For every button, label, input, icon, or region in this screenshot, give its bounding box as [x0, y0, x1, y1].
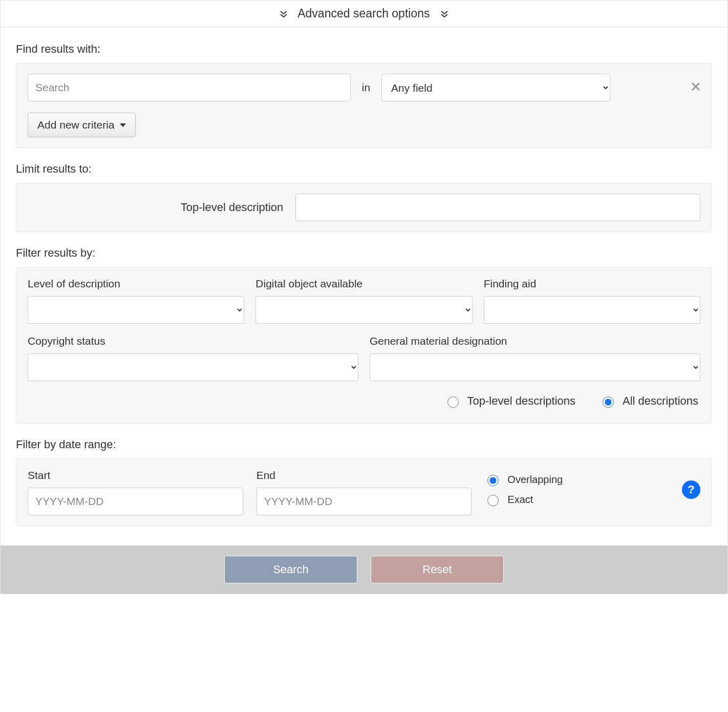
add-criteria-button[interactable]: Add new criteria: [28, 113, 136, 137]
find-results-well: in Any field Add new criteria: [16, 63, 712, 148]
date-mode-exact-radio[interactable]: [487, 495, 499, 506]
scope-all-radio[interactable]: [603, 396, 614, 408]
chevron-double-down-icon: [440, 10, 448, 18]
criteria-row: in Any field: [28, 74, 700, 101]
date-mode-exact-label: Exact: [507, 494, 533, 506]
top-level-description-label: Top-level description: [28, 201, 283, 214]
find-results-label: Find results with:: [16, 43, 712, 56]
end-date-input[interactable]: [256, 488, 472, 515]
digital-object-available-select[interactable]: [255, 296, 472, 324]
scope-top-level-radio[interactable]: [447, 396, 459, 408]
chevron-double-down-icon: [280, 10, 288, 18]
level-of-description-select[interactable]: [28, 296, 244, 324]
level-of-description-label: Level of description: [28, 278, 244, 290]
general-material-designation-label: General material designation: [370, 335, 700, 347]
search-button[interactable]: Search: [224, 556, 357, 583]
top-level-description-input[interactable]: [295, 194, 700, 221]
filter-results-well: Level of description Digital object avai…: [16, 267, 712, 424]
scope-all-option[interactable]: All descriptions: [600, 394, 698, 408]
field-select[interactable]: Any field: [381, 74, 610, 101]
caret-down-icon: [120, 123, 126, 127]
panel-header[interactable]: Advanced search options: [1, 1, 727, 27]
general-material-designation-select[interactable]: [370, 353, 700, 381]
end-date-label: End: [256, 469, 472, 481]
scope-all-label: All descriptions: [623, 394, 698, 408]
start-date-label: Start: [28, 469, 243, 481]
date-range-label: Filter by date range:: [16, 438, 712, 451]
date-mode-overlapping-option[interactable]: Overlapping: [485, 473, 563, 486]
date-mode-overlapping-radio[interactable]: [487, 475, 499, 486]
finding-aid-label: Finding aid: [484, 278, 700, 290]
digital-object-available-label: Digital object available: [255, 278, 472, 290]
in-label: in: [362, 81, 370, 94]
copyright-status-select[interactable]: [28, 353, 358, 381]
panel-title: Advanced search options: [297, 7, 430, 20]
limit-results-label: Limit results to:: [16, 162, 712, 176]
finding-aid-select[interactable]: [484, 296, 700, 324]
search-input[interactable]: [28, 74, 351, 101]
help-icon[interactable]: ?: [682, 480, 700, 499]
delete-criteria-icon[interactable]: [691, 81, 700, 94]
date-mode-exact-option[interactable]: Exact: [485, 493, 563, 506]
start-date-input[interactable]: [28, 488, 243, 515]
limit-results-well: Top-level description: [16, 183, 712, 232]
reset-button[interactable]: Reset: [371, 556, 504, 583]
scope-top-level-label: Top-level descriptions: [467, 394, 576, 408]
date-range-well: Start End Overlapping Ex: [16, 458, 712, 526]
date-mode-overlapping-label: Overlapping: [507, 474, 563, 486]
filter-results-label: Filter results by:: [16, 246, 712, 260]
advanced-search-panel: Advanced search options Find results wit…: [0, 0, 728, 594]
add-criteria-label: Add new criteria: [37, 119, 115, 131]
scope-top-level-option[interactable]: Top-level descriptions: [445, 394, 576, 408]
copyright-status-label: Copyright status: [28, 335, 358, 347]
panel-footer: Search Reset: [1, 546, 727, 594]
